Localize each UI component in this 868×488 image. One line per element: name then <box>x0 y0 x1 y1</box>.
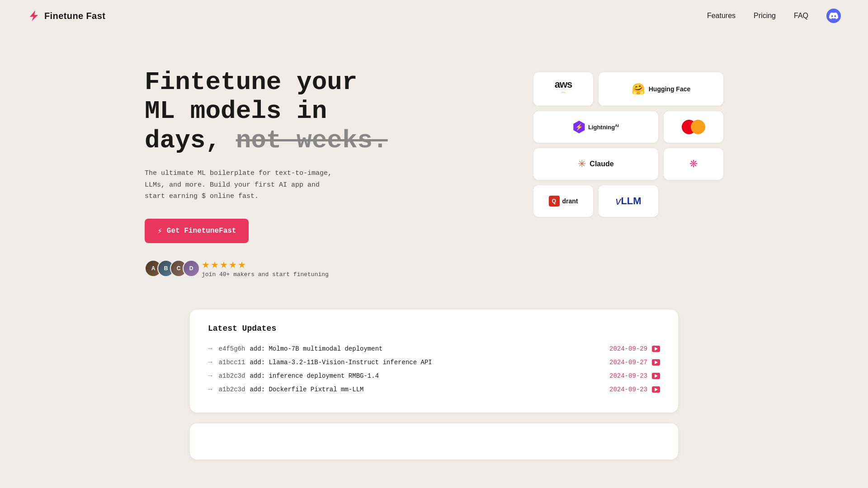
logo-icon <box>27 9 40 22</box>
nav-logo-text: Finetune Fast <box>44 11 105 21</box>
social-label: join 40+ makers and start finetuning <box>202 271 329 278</box>
second-section <box>163 423 705 460</box>
update-video-icon[interactable] <box>652 346 660 352</box>
aws-text: aws <box>555 79 572 90</box>
vllm-v: v <box>615 195 621 207</box>
update-date: 2024-09-23 <box>609 372 647 380</box>
second-card <box>190 423 678 460</box>
update-arrow: → <box>208 372 212 380</box>
social-text: ★★★★★ join 40+ makers and start finetuni… <box>202 259 329 278</box>
update-video-icon[interactable] <box>652 359 660 366</box>
mc-circle-orange <box>691 120 705 134</box>
logo-connector: ❋ <box>664 148 723 180</box>
avatars: A B C D <box>145 260 195 277</box>
update-message: add: Dockerfile Pixtral mm-LLM <box>250 386 605 393</box>
claude-text: Claude <box>590 160 613 168</box>
discord-icon <box>829 11 838 20</box>
update-video-icon[interactable] <box>652 386 660 393</box>
avatar-4: D <box>183 260 200 277</box>
connector-icon: ❋ <box>689 158 698 170</box>
update-hash: a1b2c3d <box>219 372 245 380</box>
cta-button[interactable]: ⚡ Get FinetuneFast <box>145 219 249 243</box>
update-date: 2024-09-29 <box>609 345 647 352</box>
update-arrow: → <box>208 345 212 353</box>
update-hash: a1b2c3d <box>219 386 245 393</box>
partner-logos: aws ⌒ 🤗 Hugging Face ⚡ LightningAI <box>533 59 723 217</box>
logo-claude: ✳ Claude <box>533 148 658 180</box>
nav-logo[interactable]: Finetune Fast <box>27 9 105 22</box>
update-hash: a1bcc11 <box>219 359 245 366</box>
star-rating: ★★★★★ <box>202 259 329 270</box>
update-arrow: → <box>208 385 212 394</box>
update-row: → a1b2c3d add: Dockerfile Pixtral mm-LLM… <box>208 383 660 396</box>
update-arrow: → <box>208 358 212 366</box>
updates-section: Latest Updates → e4f5g6h add: Molmo-7B m… <box>163 310 705 413</box>
update-row: → a1bcc11 add: Llama-3.2-11B-Vision-Inst… <box>208 356 660 369</box>
hero-title: Fintetune your ML models in days, not we… <box>145 68 388 155</box>
logo-aws: aws ⌒ <box>533 72 593 106</box>
navbar: Finetune Fast Features Pricing FAQ <box>0 0 868 32</box>
cta-label: Get FinetuneFast <box>167 227 236 235</box>
hero-left: Fintetune your ML models in days, not we… <box>145 59 388 278</box>
logo-qdrant: Q drant <box>533 185 593 217</box>
vllm-llm: LLM <box>621 195 641 207</box>
hero-title-line2: ML models in <box>145 97 327 126</box>
logo-mastercard <box>664 111 723 143</box>
nav-pricing[interactable]: Pricing <box>754 12 776 20</box>
update-video-icon[interactable] <box>652 373 660 379</box>
social-proof: A B C D ★★★★★ join 40+ makers and start … <box>145 259 388 278</box>
nav-features[interactable]: Features <box>707 12 736 20</box>
hero-section: Fintetune your ML models in days, not we… <box>118 32 750 296</box>
hf-emoji: 🤗 <box>632 83 645 95</box>
update-row: → e4f5g6h add: Molmo-7B multimodal deplo… <box>208 342 660 356</box>
bolt-icon: ⚡ <box>157 226 162 236</box>
claude-asterisk: ✳ <box>578 158 586 170</box>
update-message: add: inference deployment RMBG-1.4 <box>250 372 605 380</box>
update-row: → a1b2c3d add: inference deployment RMBG… <box>208 369 660 383</box>
hero-title-line3-normal: days, <box>145 126 221 155</box>
logo-huggingface: 🤗 Hugging Face <box>599 72 723 106</box>
hero-description: The ultimate ML boilerplate for text-to-… <box>145 168 344 202</box>
updates-list: → e4f5g6h add: Molmo-7B multimodal deplo… <box>208 342 660 396</box>
logo-lightning: ⚡ LightningAI <box>533 111 658 143</box>
nav-links: Features Pricing FAQ <box>707 9 841 23</box>
updates-card: Latest Updates → e4f5g6h add: Molmo-7B m… <box>190 310 678 413</box>
nav-faq[interactable]: FAQ <box>794 12 808 20</box>
hero-title-line1: Fintetune your <box>145 68 357 97</box>
qdrant-icon: Q <box>549 196 560 206</box>
updates-title: Latest Updates <box>208 324 660 333</box>
update-message: add: Molmo-7B multimodal deployment <box>250 345 605 352</box>
logo-vllm: v LLM <box>599 185 658 217</box>
lightning-text: LightningAI <box>588 123 619 131</box>
hf-text: Hugging Face <box>649 85 691 93</box>
lightning-hex: ⚡ <box>573 121 585 133</box>
aws-arrow: ⌒ <box>560 91 566 99</box>
update-message: add: Llama-3.2-11B-Vision-Instruct infer… <box>250 359 605 366</box>
update-hash: e4f5g6h <box>219 345 245 352</box>
discord-button[interactable] <box>826 9 841 23</box>
hero-title-strikethrough: not weeks. <box>236 126 388 155</box>
update-date: 2024-09-23 <box>609 386 647 393</box>
update-date: 2024-09-27 <box>609 359 647 366</box>
qdrant-text: drant <box>562 197 578 205</box>
